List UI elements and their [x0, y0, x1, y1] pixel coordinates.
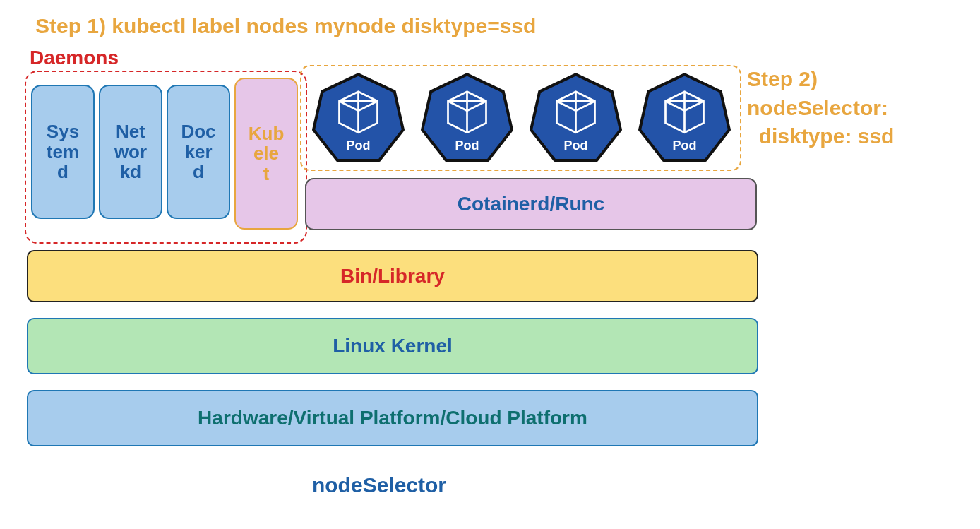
daemons-label: Daemons	[30, 47, 119, 69]
daemon-kubelet: Kub ele t	[234, 78, 298, 230]
pod-icon: Pod	[528, 71, 623, 166]
daemon-dockerd: Doc ker d	[167, 85, 230, 219]
layer-hardware: Hardware/Virtual Platform/Cloud Platform	[27, 390, 758, 446]
daemon-networkd-label: Net wor kd	[114, 121, 147, 182]
pod-icon: Pod	[637, 71, 732, 166]
pod-label: Pod	[528, 138, 623, 153]
step2-text: Step 2) nodeSelector: disktype: ssd	[747, 65, 894, 151]
pod-label: Pod	[311, 138, 406, 153]
diagram-caption: nodeSelector	[0, 473, 758, 497]
daemon-systemd: Sys tem d	[31, 85, 95, 219]
layer-kernel: Linux Kernel	[27, 318, 758, 374]
layer-binlib: Bin/Library	[27, 250, 758, 302]
pod-icon: Pod	[311, 71, 406, 166]
pod-label: Pod	[419, 138, 515, 153]
layer-kernel-label: Linux Kernel	[333, 335, 453, 357]
step1-text: Step 1) kubectl label nodes mynode diskt…	[35, 14, 536, 38]
daemon-kubelet-label: Kub ele t	[249, 124, 285, 184]
daemon-networkd: Net wor kd	[99, 85, 162, 219]
pod-icon: Pod	[419, 71, 515, 166]
layer-binlib-label: Bin/Library	[340, 265, 445, 287]
layer-hardware-label: Hardware/Virtual Platform/Cloud Platform	[198, 407, 587, 429]
daemon-systemd-label: Sys tem d	[47, 121, 79, 182]
layer-containerd-label: Cotainerd/Runc	[458, 193, 604, 215]
daemon-dockerd-label: Doc ker d	[181, 121, 215, 182]
pod-label: Pod	[637, 138, 732, 153]
layer-containerd: Cotainerd/Runc	[305, 178, 757, 230]
